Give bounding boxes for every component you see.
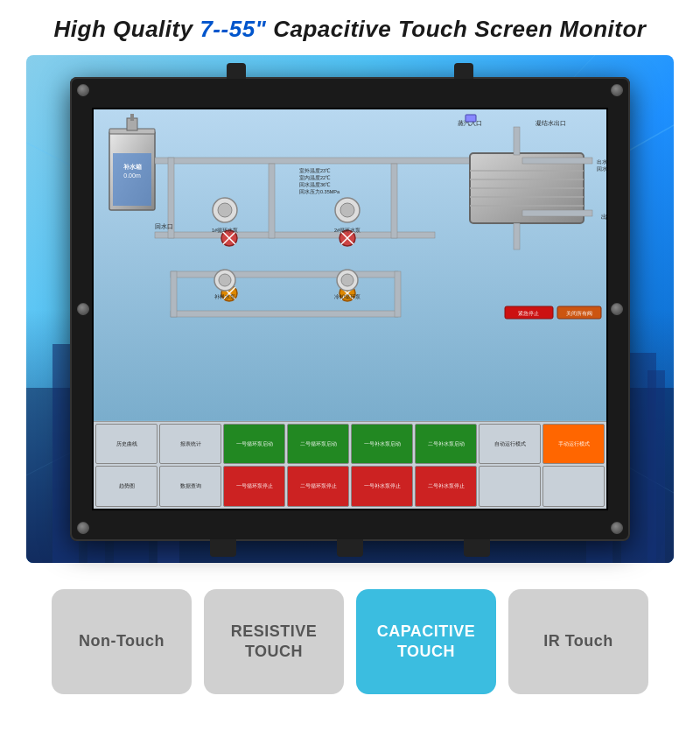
screw-bottom-right (611, 522, 623, 534)
hmi-btn-pump1-start[interactable]: 一号循环泵启动 (223, 424, 285, 465)
touch-card-capacitive-label: CAPACITIVE TOUCH (377, 622, 476, 663)
page-wrapper: High Quality 7--55" Capacitive Touch Scr… (0, 0, 700, 752)
hmi-btn-data[interactable]: 数据查询 (159, 466, 221, 507)
hmi-btn-waterpump1-start[interactable]: 一号补水泵启动 (351, 424, 413, 465)
hmi-btn-empty2 (542, 466, 605, 507)
svg-rect-40 (522, 210, 592, 216)
monitor-body: 补水箱 0.00m (70, 77, 630, 541)
screw-bottom-left (77, 522, 89, 534)
hmi-button-row-1: 历史曲线 报表统计 一号循环泵启动 二号循环泵启动 一号补水泵启动 二号补水泵启… (95, 424, 605, 465)
monitor-area: 补水箱 0.00m (26, 55, 674, 563)
svg-point-63 (341, 274, 354, 286)
mount-top-right (454, 63, 473, 79)
svg-rect-13 (648, 370, 665, 563)
touch-card-non-touch-label: Non-Touch (79, 631, 164, 651)
svg-rect-26 (391, 164, 397, 238)
svg-rect-16 (113, 153, 151, 206)
title-area: High Quality 7--55" Capacitive Touch Scr… (18, 16, 682, 43)
title-part2: 7--55" (200, 16, 266, 42)
svg-text:补水箱: 补水箱 (122, 163, 142, 170)
touch-card-non-touch[interactable]: Non-Touch (52, 589, 192, 694)
svg-text:回水口: 回水口 (155, 223, 173, 229)
hmi-btn-manual-mode[interactable]: 手动运行模式 (542, 424, 605, 465)
svg-rect-19 (130, 114, 134, 121)
hmi-btn-waterpump2-stop[interactable]: 二号补水泵停止 (415, 466, 477, 507)
hmi-btn-history[interactable]: 历史曲线 (95, 424, 158, 465)
svg-text:紧急停止: 紧急停止 (518, 311, 539, 316)
screw-right (611, 303, 623, 315)
hmi-btn-report[interactable]: 报表统计 (159, 424, 221, 465)
screw-top-right (611, 84, 623, 96)
screw-left (77, 303, 89, 315)
svg-rect-28 (171, 311, 398, 317)
touch-card-ir-label: IR Touch (543, 631, 613, 651)
screw-top-left (77, 84, 89, 96)
page-title: High Quality 7--55" Capacitive Touch Scr… (54, 16, 647, 42)
svg-text:出水温度65℃: 出水温度65℃ (597, 158, 606, 165)
touch-card-resistive-label: RESISTIVE TOUCH (231, 622, 318, 663)
hmi-btn-empty1 (479, 466, 541, 507)
hmi-buttons-panel: 历史曲线 报表统计 一号循环泵启动 二号循环泵启动 一号补水泵启动 二号补水泵启… (94, 421, 606, 509)
svg-rect-39 (522, 158, 592, 164)
mount-bottom-right (464, 539, 490, 557)
hmi-interface: 补水箱 0.00m (94, 109, 606, 509)
svg-text:补料水泵: 补料水泵 (214, 293, 235, 299)
mount-bottom-middle (337, 539, 363, 557)
svg-text:0.00m: 0.00m (123, 172, 141, 179)
touch-type-cards: Non-Touch RESISTIVE TOUCH CAPACITIVE TOU… (18, 589, 682, 694)
title-part3: Capacitive Touch Screen Monitor (266, 16, 646, 42)
hmi-btn-waterpump2-start[interactable]: 二号补水泵启动 (415, 424, 477, 465)
svg-rect-66 (466, 115, 476, 122)
svg-point-57 (340, 203, 354, 217)
svg-text:冷却循环泵: 冷却循环泵 (334, 294, 360, 299)
mount-top-left (227, 63, 246, 79)
svg-rect-38 (514, 223, 520, 249)
hmi-btn-auto-mode[interactable]: 自动运行模式 (479, 424, 541, 465)
touch-card-capacitive[interactable]: CAPACITIVE TOUCH (356, 589, 496, 694)
svg-rect-27 (171, 271, 398, 278)
svg-rect-22 (155, 158, 522, 164)
svg-text:回水压力0.5MPa: 回水压力0.5MPa (597, 166, 606, 172)
svg-text:凝结水出口: 凝结水出口 (536, 120, 566, 126)
svg-text:关闭所有阀: 关闭所有阀 (566, 310, 592, 316)
hmi-btn-trend[interactable]: 趋势图 (95, 466, 158, 507)
svg-text:回水温度36℃: 回水温度36℃ (299, 181, 331, 187)
svg-rect-25 (269, 164, 275, 238)
hmi-btn-pump2-stop[interactable]: 二号循环泵停止 (287, 466, 349, 507)
svg-text:室外温度23℃: 室外温度23℃ (299, 167, 331, 173)
hmi-btn-pump2-start[interactable]: 二号循环泵启动 (287, 424, 349, 465)
title-part1: High Quality (54, 16, 200, 42)
hmi-diagram: 补水箱 0.00m (94, 109, 606, 421)
svg-rect-29 (171, 271, 177, 317)
mount-bottom-left (210, 539, 236, 557)
svg-text:室内温度22℃: 室内温度22℃ (299, 174, 331, 180)
svg-text:1#循环水泵: 1#循环水泵 (212, 228, 238, 233)
svg-rect-30 (395, 271, 401, 317)
svg-text:出水口: 出水口 (601, 214, 606, 220)
screen-display: 补水箱 0.00m (92, 108, 608, 510)
svg-point-60 (219, 274, 231, 286)
svg-text:2#循环水泵: 2#循环水泵 (334, 228, 360, 233)
hmi-button-row-2: 趋势图 数据查询 一号循环泵停止 二号循环泵停止 一号补水泵停止 二号补水泵停止 (95, 466, 605, 507)
hmi-btn-pump1-stop[interactable]: 一号循环泵停止 (223, 466, 285, 507)
touch-card-ir[interactable]: IR Touch (508, 589, 648, 694)
svg-rect-37 (514, 127, 520, 155)
hmi-btn-waterpump1-stop[interactable]: 一号补水泵停止 (351, 466, 413, 507)
touch-card-resistive[interactable]: RESISTIVE TOUCH (204, 589, 344, 694)
svg-text:回水压力0.35MPa: 回水压力0.35MPa (299, 189, 340, 194)
svg-point-54 (218, 203, 232, 217)
